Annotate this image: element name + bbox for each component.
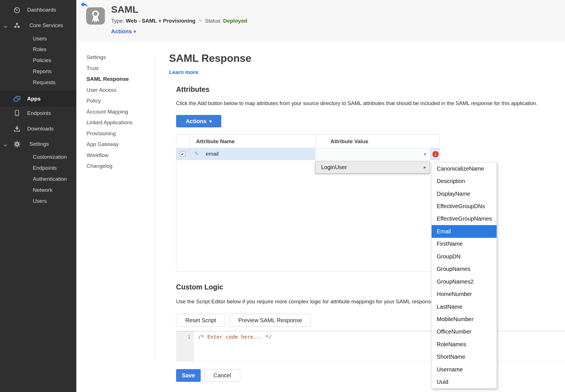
status-label: Status: (205, 18, 222, 24)
reset-script-button[interactable]: Reset Script (176, 314, 225, 327)
menu-item-groupnames2[interactable]: GroupNames2 (432, 275, 497, 288)
download-icon (12, 125, 21, 132)
app-meta: Type: Web - SAML + Provisioning • Status… (111, 18, 247, 24)
tab-saml-response[interactable]: SAML Response (86, 76, 129, 84)
gauge-icon (12, 6, 21, 14)
loginuser-submenu: CanonicalizeName Description DisplayName… (431, 162, 497, 389)
sidebar-item-apps[interactable]: Apps (0, 91, 76, 106)
attributes-table: Attribute Name Attribute Value ✓ ✎ email… (176, 134, 440, 272)
menu-item-firstname[interactable]: FirstName (432, 238, 497, 250)
type-value: Web - SAML + Provisioning (126, 18, 196, 24)
sidebar-item-settings-endpoints[interactable]: Endpoints (0, 162, 76, 174)
header-actions-menu[interactable]: Actions▾ (111, 28, 136, 35)
tab-workflow[interactable]: Workflow (86, 152, 109, 160)
app-header: SAML Type: Web - SAML + Provisioning • S… (76, 0, 565, 42)
menu-item-officenumber[interactable]: OfficeNumber (432, 326, 497, 338)
error-icon: ! (432, 151, 439, 157)
submenu-arrow-icon: ▸ (424, 164, 430, 170)
table-row[interactable]: ✓ ✎ email ▾ ! (176, 148, 439, 160)
editor-code-area[interactable]: /* Enter code here... */ (194, 331, 565, 361)
menu-item-mobilenumber[interactable]: MobileNumber (432, 313, 497, 325)
attribute-name-cell: email (206, 151, 218, 157)
menu-item-shortname[interactable]: ShortName (432, 351, 497, 363)
learn-more-link[interactable]: Learn more (169, 69, 198, 75)
menu-item-displayname[interactable]: DisplayName (432, 188, 497, 200)
app-title: SAML (111, 4, 138, 15)
sidebar-item-policies[interactable]: Policies (0, 54, 76, 67)
editor-line-gutter: 1 (176, 331, 194, 361)
menu-item-email[interactable]: Email (432, 225, 497, 238)
menu-item-rolenames[interactable]: RoleNames (432, 338, 497, 350)
menu-item-homenumber[interactable]: HomeNumber (432, 288, 497, 300)
menu-item-effectivegroupnames[interactable]: EffectiveGroupNames (432, 213, 497, 225)
status-value: Deployed (223, 18, 247, 24)
attributes-actions-button[interactable]: Actions▾ (176, 115, 221, 127)
tab-linked-applications[interactable]: Linked Applications (86, 119, 133, 127)
sidebar-item-authentication[interactable]: Authentication (0, 173, 76, 185)
row-checkbox[interactable]: ✓ (180, 151, 185, 157)
script-editor: 1 /* Enter code here... */ (176, 331, 565, 361)
tab-provisioning[interactable]: Provisioning (86, 130, 116, 138)
apps-icon (12, 95, 21, 102)
menu-item-canonicalizename[interactable]: CanonicalizeName (432, 162, 497, 175)
gear-icon (12, 140, 21, 148)
sidebar-item-reports[interactable]: Reports (0, 65, 76, 78)
nav-content-divider (155, 56, 155, 361)
table-header: Attribute Name Attribute Value (176, 135, 439, 148)
caret-down-icon: ▾ (132, 29, 136, 34)
custom-logic-heading: Custom Logic (176, 283, 223, 291)
attribute-value-combobox[interactable]: ▾ (315, 148, 430, 160)
cluster-icon (12, 22, 21, 29)
menu-item-loginuser[interactable]: LoginUser ▸ (315, 161, 430, 173)
tab-settings[interactable]: Settings (86, 54, 106, 62)
caret-down-icon: ▾ (209, 119, 212, 124)
attributes-description: Click the Add button below to map attrib… (176, 100, 538, 106)
check-icon: ✓ (181, 152, 184, 156)
chevron-down-icon[interactable] (3, 142, 7, 149)
custom-logic-description: Use the Script Editor below if you requi… (176, 299, 435, 305)
sidebar-item-network[interactable]: Network (0, 184, 76, 196)
sidebar-item-settings-users[interactable]: Users (0, 195, 76, 207)
attributes-heading: Attributes (176, 85, 209, 93)
sidebar-item-roles[interactable]: Roles (0, 43, 76, 56)
preview-saml-response-button[interactable]: Preview SAML Response (230, 314, 311, 327)
tab-policy[interactable]: Policy (86, 98, 101, 105)
sidebar-item-requests[interactable]: Requests (0, 76, 76, 89)
tab-trust[interactable]: Trust (86, 65, 99, 73)
phone-icon (12, 110, 21, 117)
caret-down-icon: ▾ (424, 151, 430, 157)
menu-item-description[interactable]: Description (432, 175, 497, 187)
sidebar-item-customization[interactable]: Customization (0, 151, 76, 163)
tab-user-access[interactable]: User Access (86, 87, 116, 95)
sidebar-item-dashboards[interactable]: Dashboards (0, 4, 76, 16)
sidebar-item-core-services[interactable]: Core Services (0, 19, 76, 32)
menu-item-uuid[interactable]: Uuid (432, 376, 497, 388)
sidebar-item-settings[interactable]: Settings (0, 138, 76, 150)
sidebar-item-downloads[interactable]: Downloads (0, 123, 76, 135)
sidebar: Dashboards Core Services Users Roles Pol… (0, 0, 76, 392)
menu-item-groupnames[interactable]: GroupNames (432, 263, 497, 275)
tab-app-gateway[interactable]: App Gateway (86, 141, 119, 149)
menu-item-effectivegroupdns[interactable]: EffectiveGroupDNs (432, 200, 497, 212)
edit-pencil-icon[interactable]: ✎ (194, 151, 199, 157)
menu-item-groupdn[interactable]: GroupDN (432, 250, 497, 263)
page-title: SAML Response (169, 53, 251, 64)
menu-item-username[interactable]: Username (432, 363, 497, 376)
meta-separator: • (197, 18, 204, 24)
cancel-button[interactable]: Cancel (204, 369, 240, 382)
chevron-down-icon[interactable] (3, 24, 7, 30)
tab-account-mapping[interactable]: Account Mapping (86, 109, 128, 116)
column-header-attribute-name: Attribute Name (196, 135, 235, 148)
tab-changelog[interactable]: Changelog (86, 163, 112, 171)
column-header-attribute-value: Attribute Value (330, 135, 368, 148)
type-label: Type: (111, 18, 124, 24)
save-button[interactable]: Save (176, 369, 201, 382)
app-ribbon-badge-icon (86, 7, 105, 25)
sidebar-item-endpoints[interactable]: Endpoints (0, 107, 76, 119)
menu-item-lastname[interactable]: LastName (432, 300, 497, 313)
